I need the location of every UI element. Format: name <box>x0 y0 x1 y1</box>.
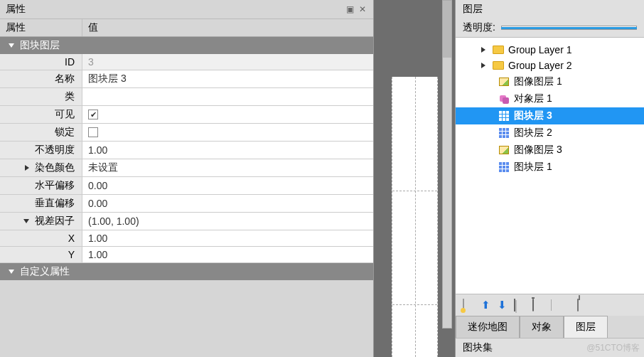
row-visible: 可见 <box>0 106 373 124</box>
row-tint: 染色颜色 未设置 <box>0 159 373 177</box>
prop-value-offy[interactable]: 0.00 <box>82 195 373 212</box>
chevron-down-icon[interactable] <box>23 219 29 223</box>
move-down-button[interactable]: ⬇ <box>498 299 507 311</box>
lock-button[interactable] <box>577 299 589 311</box>
canvas-viewport[interactable] <box>392 77 438 357</box>
chevron-right-icon[interactable] <box>481 63 485 68</box>
row-id: ID 3 <box>0 54 373 70</box>
prop-value-id: 3 <box>82 54 373 70</box>
delete-button[interactable] <box>532 299 544 311</box>
layer-tree: Group Layer 1Group Layer 2图像图层 1对象层 1图块层… <box>456 38 644 294</box>
new-layer-button[interactable] <box>463 299 474 311</box>
prop-key: 可见 <box>0 106 82 123</box>
prop-key: 视差因子 <box>0 213 82 230</box>
scrollbar-vertical[interactable] <box>442 0 452 329</box>
row-opacity: 不透明度 1.00 <box>0 142 373 159</box>
row-class: 类 <box>0 88 373 106</box>
prop-value-px[interactable]: 1.00 <box>82 230 373 246</box>
tab-minimap[interactable]: 迷你地图 <box>456 316 520 338</box>
layer-label: 图像图层 3 <box>514 144 562 156</box>
move-up-button[interactable]: ⬆ <box>481 299 490 311</box>
row-parallax: 视差因子 (1.00, 1.00) <box>0 213 373 230</box>
tab-layers[interactable]: 图层 <box>564 316 608 338</box>
layer-item[interactable]: Group Layer 1 <box>456 42 644 58</box>
prop-value-locked[interactable] <box>82 124 373 141</box>
section-custom-attrs[interactable]: 自定义属性 <box>0 263 373 280</box>
prop-key: 染色颜色 <box>0 159 82 176</box>
highlight-button[interactable] <box>559 299 570 311</box>
layer-toolbar: ⬆ ⬇ <box>456 294 644 316</box>
tab-objects[interactable]: 对象 <box>520 316 564 338</box>
checkbox-locked[interactable] <box>88 127 98 137</box>
layer-item[interactable]: 图像图层 3 <box>456 142 644 159</box>
prop-key: 不透明度 <box>0 142 82 159</box>
layer-label: 图块层 3 <box>514 110 552 122</box>
layer-item[interactable]: 对象层 1 <box>456 90 644 107</box>
prop-value-name[interactable]: 图块层 3 <box>82 70 373 87</box>
layer-item[interactable]: 图块层 3 <box>456 107 644 124</box>
opacity-label: 透明度: <box>463 21 495 34</box>
opacity-row: 透明度: <box>456 18 644 38</box>
prop-key: 水平偏移 <box>0 177 82 194</box>
header-attribute[interactable]: 属性 <box>0 19 82 36</box>
row-parallax-x: X 1.00 <box>0 230 373 247</box>
prop-value-parallax[interactable]: (1.00, 1.00) <box>82 213 373 230</box>
section-label: 图块图层 <box>20 39 60 52</box>
layer-label: 图块层 2 <box>514 127 552 139</box>
row-offset-y: 垂直偏移 0.00 <box>0 195 373 213</box>
section-tile-layer[interactable]: 图块图层 <box>0 37 373 54</box>
opacity-slider[interactable] <box>501 26 637 30</box>
prop-value-visible[interactable] <box>82 106 373 123</box>
object-icon <box>498 93 510 105</box>
panel-tabs: 迷你地图 对象 图层 <box>456 316 644 338</box>
row-parallax-y: Y 1.00 <box>0 247 373 263</box>
chevron-right-icon[interactable] <box>25 165 29 171</box>
header-value[interactable]: 值 <box>82 19 373 36</box>
properties-headers: 属性 值 <box>0 19 373 37</box>
layer-label: 图块层 1 <box>514 161 552 174</box>
prop-value-class[interactable] <box>82 88 373 105</box>
section-label: 自定义属性 <box>20 265 70 278</box>
image-icon <box>498 144 510 156</box>
checkbox-visible[interactable] <box>88 110 98 119</box>
prop-value-py[interactable]: 1.00 <box>82 247 373 262</box>
layer-item[interactable]: 图块层 2 <box>456 124 644 142</box>
layer-label: Group Layer 1 <box>508 44 572 55</box>
grid-icon <box>498 110 510 122</box>
prop-value-opacity[interactable]: 1.00 <box>82 142 373 159</box>
image-icon <box>498 76 510 87</box>
prop-key: 名称 <box>0 70 82 87</box>
canvas-area[interactable] <box>373 0 455 357</box>
panel-controls[interactable]: ▣ ✕ <box>346 4 367 14</box>
chevron-down-icon <box>9 43 14 48</box>
chevron-right-icon[interactable] <box>481 47 485 53</box>
grid-icon <box>498 127 510 139</box>
prop-value-tint[interactable]: 未设置 <box>82 159 373 176</box>
folder-icon <box>493 44 504 55</box>
prop-key: Y <box>0 247 82 262</box>
prop-key: ID <box>0 54 82 70</box>
prop-key: 垂直偏移 <box>0 195 82 212</box>
chevron-down-icon <box>9 270 14 274</box>
prop-key: 类 <box>0 88 82 105</box>
layer-label: 对象层 1 <box>514 92 552 105</box>
separator <box>551 299 552 311</box>
layer-label: Group Layer 2 <box>508 60 572 71</box>
layers-title: 图层 <box>456 0 644 18</box>
row-offset-x: 水平偏移 0.00 <box>0 177 373 195</box>
prop-key: X <box>0 230 82 246</box>
prop-key: 锁定 <box>0 124 82 141</box>
layer-item[interactable]: 图块层 1 <box>456 159 644 176</box>
duplicate-button[interactable] <box>514 299 525 311</box>
panel-title-text: 属性 <box>6 3 26 16</box>
layer-item[interactable]: Group Layer 2 <box>456 58 644 73</box>
layer-label: 图像图层 1 <box>514 75 562 88</box>
row-name: 名称 图块层 3 <box>0 70 373 88</box>
row-locked: 锁定 <box>0 124 373 142</box>
scrollbar-thumb[interactable] <box>443 1 451 58</box>
watermark: @51CTO博客 <box>586 342 640 354</box>
layers-panel: 图层 透明度: Group Layer 1Group Layer 2图像图层 1… <box>455 0 644 357</box>
prop-value-offx[interactable]: 0.00 <box>82 177 373 194</box>
folder-icon <box>493 60 504 71</box>
layer-item[interactable]: 图像图层 1 <box>456 73 644 90</box>
